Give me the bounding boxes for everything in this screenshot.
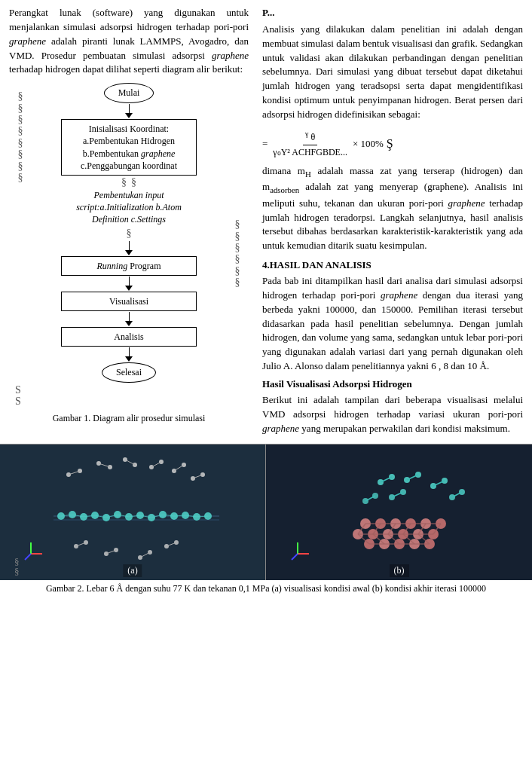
fc-start: Mulai	[104, 83, 154, 103]
formula-s-symbol: Ş	[387, 134, 393, 154]
fc-arrow4	[125, 312, 133, 326]
subsection-para: Berikut ini adalah tampilan dari beberap…	[262, 393, 523, 436]
right-para-top: P​...	[262, 6, 523, 20]
fc-selesai: Selesai	[102, 362, 156, 383]
fig2-caption: Gambar 2. Lebar 6 Å dengan suhu 77 K dan…	[0, 580, 532, 597]
formula-line: = γ θ γ₀Y² ACHFGBDE... × 100% Ş	[262, 128, 523, 160]
graphene-italic-2: graphene	[212, 50, 249, 61]
fc-arrow2	[125, 241, 133, 255]
images-row: § § (a)	[0, 444, 532, 580]
left-para1-text1: Perangkat lunak (software) yang digunaka…	[9, 7, 249, 32]
formula-times: × 100%	[353, 136, 384, 152]
graphene-italic-1: graphene	[9, 35, 46, 47]
section4-title: 4.HASIL DAN ANALISIS	[262, 259, 523, 271]
s-decorators-right: § § § § § §	[226, 83, 249, 288]
svg-rect-65	[275, 448, 524, 576]
image-a-label: (a)	[123, 564, 142, 577]
svg-rect-0	[8, 448, 257, 576]
svg-text:§: §	[14, 566, 20, 576]
image-b: (b)	[266, 445, 532, 580]
molecular-vis-right	[275, 448, 524, 576]
formula-denominator: γ₀Y² ACHFGBDE...	[271, 145, 350, 160]
fc-init-box: Inisialisasi Koordinat: a.Pembentukan Hi…	[61, 119, 197, 176]
image-b-label: (b)	[390, 564, 409, 577]
flowchart: § § § § § § § § Mulai	[9, 83, 249, 408]
formula-area: = γ θ γ₀Y² ACHFGBDE... × 100% Ş	[262, 128, 523, 160]
right-formula-desc: dimana mH adalah massa zat yang terserap…	[262, 164, 523, 253]
fc-running-box: Running Program	[61, 256, 197, 276]
subsection-title: Hasil Visualisasi Adsorpsi Hidrogen	[262, 378, 523, 390]
image-a: § § (a)	[0, 445, 266, 580]
fc-desc: Pembentukan input script:a.Initializatio…	[76, 190, 182, 225]
fc-arrow1	[125, 104, 133, 118]
fig1-caption: Gambar 1. Diagram alir prosedur simulasi	[9, 412, 249, 425]
formula-numerator: γ θ	[303, 128, 317, 145]
formula-fraction: γ θ γ₀Y² ACHFGBDE...	[271, 128, 350, 160]
fc-arrow5	[125, 347, 133, 362]
left-column: Perangkat lunak (software) yang digunaka…	[0, 6, 256, 439]
molecular-vis-left: § §	[8, 448, 257, 576]
fc-analisis-box: Analisis	[61, 327, 197, 347]
left-para1-text3: terhadap hidrogen dapat dilihat seperti …	[9, 63, 243, 75]
fc-arrow3	[125, 277, 133, 291]
s-decorators-left: § § § § § § § §	[9, 83, 32, 183]
right-intro-para: Analisis yang dilakukan dalam penelitian…	[262, 23, 523, 122]
section4-para: Pada bab ini ditampilkan hasil dari anal…	[262, 274, 523, 374]
formula-equals: =	[262, 136, 268, 152]
fc-visualisasi-box: Visualisasi	[61, 292, 197, 311]
right-column: P​... Analisis yang dilakukan dalam pene…	[256, 6, 532, 439]
left-para1: Perangkat lunak (software) yang digunaka…	[9, 6, 249, 77]
